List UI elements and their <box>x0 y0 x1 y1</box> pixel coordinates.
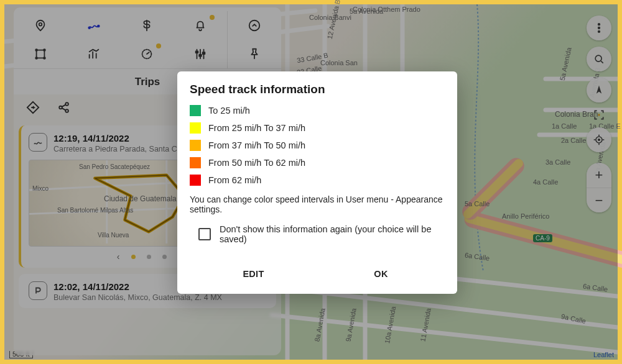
legend-label: From 62 mi/h <box>208 175 261 185</box>
dont-show-label: Don't show this information again (your … <box>220 224 445 244</box>
legend-label: From 25 mi/h To 37 mi/h <box>208 123 305 133</box>
speed-swatch <box>190 157 201 168</box>
legend-label: From 50 mi/h To 62 mi/h <box>208 158 305 168</box>
ok-button[interactable]: OK <box>317 262 445 286</box>
modal-hint: You can change color speed intervals in … <box>190 194 445 214</box>
dont-show-checkbox[interactable] <box>198 228 211 240</box>
speed-swatch <box>190 140 201 151</box>
legend-label: From 37 mi/h To 50 mi/h <box>208 140 305 150</box>
speed-swatch <box>190 105 201 116</box>
legend-row: From 50 mi/h To 62 mi/h <box>190 157 445 168</box>
legend-label: To 25 mi/h <box>208 106 250 116</box>
legend-row: To 25 mi/h <box>190 105 445 116</box>
legend-row: From 37 mi/h To 50 mi/h <box>190 140 445 151</box>
speed-swatch <box>190 175 201 186</box>
legend-row: From 62 mi/h <box>190 175 445 186</box>
speed-track-modal: Speed track information To 25 mi/h From … <box>177 71 457 294</box>
speed-swatch <box>190 122 201 134</box>
edit-button[interactable]: EDIT <box>190 262 317 286</box>
modal-title: Speed track information <box>190 83 445 96</box>
legend-row: From 25 mi/h To 37 mi/h <box>190 122 445 134</box>
